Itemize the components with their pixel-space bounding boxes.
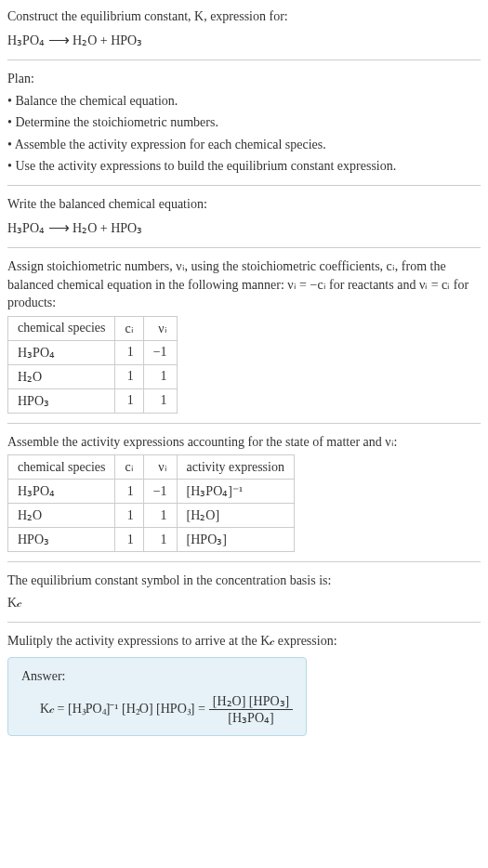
cell-activity: [H₂O]	[177, 504, 294, 528]
stoichiometric-table: chemical species cᵢ νᵢ H₃PO₄ 1 −1 H₂O 1 …	[7, 316, 178, 414]
formula-lhs: K𝒸 = [H₃PO₄]⁻¹ [H₂O] [HPO₃] =	[40, 702, 205, 717]
plan-item-4: • Use the activity expressions to build …	[7, 157, 481, 176]
fraction-numerator: [H₂O] [HPO₃]	[209, 693, 293, 710]
divider	[7, 247, 481, 248]
header-equation: H₃PO₄ ⟶ H₂O + HPO₃	[7, 30, 481, 50]
cell-nui: 1	[143, 504, 177, 528]
cell-ci: 1	[115, 504, 143, 528]
formula-fraction: [H₂O] [HPO₃] [H₃PO₄]	[209, 693, 293, 726]
plan-item-3: • Assemble the activity expression for e…	[7, 136, 481, 154]
col-nui: νᵢ	[143, 316, 177, 340]
cell-species: HPO₃	[8, 528, 115, 552]
divider	[7, 59, 481, 60]
cell-species: H₃PO₄	[8, 480, 115, 504]
cell-activity: [HPO₃]	[177, 528, 294, 552]
col-species: chemical species	[8, 316, 115, 340]
symbol-section: The equilibrium constant symbol in the c…	[7, 572, 481, 612]
table-row: H₃PO₄ 1 −1 [H₃PO₄]⁻¹	[8, 480, 295, 504]
plan-title: Plan:	[7, 70, 481, 88]
answer-label: Answer:	[21, 667, 293, 686]
table-row: H₃PO₄ 1 −1	[8, 340, 178, 364]
balanced-equation: H₃PO₄ ⟶ H₂O + HPO₃	[7, 217, 481, 238]
plan-item-1: • Balance the chemical equation.	[7, 92, 481, 111]
divider	[7, 622, 481, 623]
fraction-denominator: [H₃PO₄]	[224, 710, 277, 726]
divider	[7, 561, 481, 562]
cell-nui: −1	[143, 480, 177, 504]
table-header-row: chemical species cᵢ νᵢ	[8, 316, 178, 340]
col-nui: νᵢ	[143, 455, 177, 480]
col-activity: activity expression	[177, 455, 294, 480]
answer-formula: K𝒸 = [H₃PO₄]⁻¹ [H₂O] [HPO₃] = [H₂O] [HPO…	[21, 693, 293, 726]
symbol-text: The equilibrium constant symbol in the c…	[7, 572, 481, 590]
arrow-icon: ⟶	[48, 219, 70, 235]
balanced-section: Write the balanced chemical equation: H₃…	[7, 195, 481, 238]
assign-section: Assign stoichiometric numbers, νᵢ, using…	[7, 257, 481, 414]
col-ci: cᵢ	[115, 316, 143, 340]
cell-species: HPO₃	[8, 388, 115, 413]
cell-activity: [H₃PO₄]⁻¹	[177, 480, 294, 504]
cell-ci: 1	[115, 364, 143, 388]
col-ci: cᵢ	[115, 455, 143, 480]
cell-nui: 1	[143, 528, 177, 552]
divider	[7, 423, 481, 424]
cell-nui: 1	[143, 364, 177, 388]
cell-nui: −1	[143, 340, 177, 364]
activity-table: chemical species cᵢ νᵢ activity expressi…	[7, 454, 295, 552]
cell-ci: 1	[115, 388, 143, 413]
prompt-text: Construct the equilibrium constant, K, e…	[7, 7, 481, 26]
table-header-row: chemical species cᵢ νᵢ activity expressi…	[8, 455, 295, 480]
cell-nui: 1	[143, 388, 177, 413]
products: H₂O + HPO₃	[73, 221, 142, 235]
reactant: H₃PO₄	[7, 33, 45, 47]
cell-ci: 1	[115, 340, 143, 364]
activity-section: Assemble the activity expressions accoun…	[7, 433, 481, 553]
answer-box: Answer: K𝒸 = [H₃PO₄]⁻¹ [H₂O] [HPO₃] = [H…	[7, 657, 307, 736]
header-section: Construct the equilibrium constant, K, e…	[7, 7, 481, 50]
reactant: H₃PO₄	[7, 221, 45, 235]
table-row: HPO₃ 1 1 [HPO₃]	[8, 528, 295, 552]
plan-section: Plan: • Balance the chemical equation. •…	[7, 70, 481, 176]
table-row: H₂O 1 1 [H₂O]	[8, 504, 295, 528]
balanced-title: Write the balanced chemical equation:	[7, 195, 481, 214]
symbol-value: K𝒸	[7, 594, 481, 612]
cell-species: H₂O	[8, 364, 115, 388]
multiply-text: Mulitply the activity expressions to arr…	[7, 632, 481, 651]
cell-ci: 1	[115, 528, 143, 552]
cell-species: H₂O	[8, 504, 115, 528]
table-row: H₂O 1 1	[8, 364, 178, 388]
products: H₂O + HPO₃	[73, 33, 142, 47]
arrow-icon: ⟶	[48, 32, 70, 47]
cell-ci: 1	[115, 480, 143, 504]
table-row: HPO₃ 1 1	[8, 388, 178, 413]
prompt-label: Construct the equilibrium constant, K, e…	[7, 9, 288, 23]
activity-title: Assemble the activity expressions accoun…	[7, 433, 481, 452]
plan-item-2: • Determine the stoichiometric numbers.	[7, 113, 481, 132]
divider	[7, 185, 481, 186]
assign-text: Assign stoichiometric numbers, νᵢ, using…	[7, 257, 481, 312]
col-species: chemical species	[8, 455, 115, 480]
multiply-section: Mulitply the activity expressions to arr…	[7, 632, 481, 736]
cell-species: H₃PO₄	[8, 340, 115, 364]
